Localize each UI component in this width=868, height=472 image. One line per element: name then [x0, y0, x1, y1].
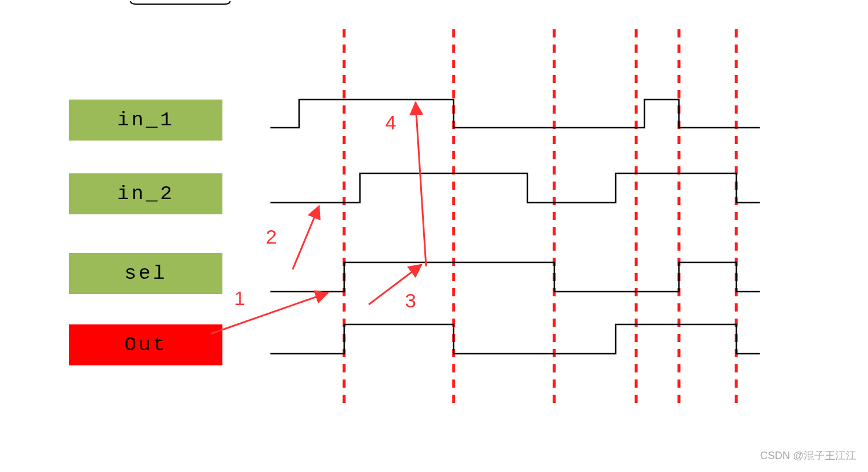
anno-4: 4 — [385, 111, 396, 134]
wave-sel — [270, 262, 760, 292]
arrow-1 — [211, 293, 328, 334]
arrow-2 — [293, 206, 319, 269]
anno-2: 2 — [266, 225, 277, 248]
anno-1: 1 — [234, 287, 245, 310]
arrow-4 — [416, 102, 426, 266]
watermark: CSDN @混子王江江 — [760, 449, 856, 463]
anno-3: 3 — [405, 289, 416, 312]
wave-out — [270, 324, 760, 354]
diagram-svg — [0, 0, 868, 472]
guidelines — [344, 29, 736, 410]
top-rounded-frame — [131, 1, 230, 4]
